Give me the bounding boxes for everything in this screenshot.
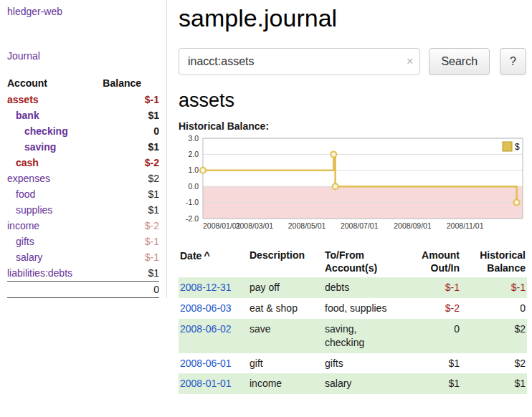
data-point	[514, 200, 520, 206]
sidebar-account-row: supplies$1	[7, 202, 159, 218]
sidebar-account-row: bank$1	[7, 107, 159, 123]
transaction-balance: $1	[461, 373, 527, 394]
register-row: 2008-06-01giftgifts$1$2	[179, 353, 527, 374]
help-button[interactable]: ?	[500, 48, 526, 75]
sidebar-account-link[interactable]: food	[16, 188, 35, 200]
main-content: sample.journal × Search ? assets Histori…	[167, 0, 532, 394]
sidebar-account-row: salary$-1	[7, 249, 159, 265]
y-tick-label: 1.0	[188, 166, 199, 174]
chart-svg: 3.02.01.00.0-1.0-2.02008/01/012008/03/01…	[179, 135, 530, 235]
sidebar: hledger-web Journal Account Balance asse…	[0, 0, 167, 298]
sidebar-accounts-header-row: Account Balance	[7, 75, 159, 92]
transaction-date-link[interactable]: 2008-06-03	[180, 302, 232, 314]
x-tick-label: 2008/11/01	[447, 221, 484, 230]
sidebar-account-row: liabilities:debts$1	[7, 265, 159, 282]
search-box: ×	[179, 48, 420, 75]
sidebar-account-link[interactable]: liabilities:debts	[7, 267, 72, 279]
transaction-date-link[interactable]: 2008-06-01	[180, 358, 232, 369]
y-tick-label: -2.0	[186, 214, 199, 223]
page-title: sample.journal	[179, 4, 526, 32]
sidebar-account-row: expenses$2	[7, 171, 159, 186]
data-point	[333, 183, 338, 189]
x-tick-label: 2008/07/01	[341, 221, 379, 230]
sidebar-account-row: food$1	[7, 186, 159, 202]
sidebar-account-balance: $-2	[103, 218, 159, 234]
transaction-amount: $-1	[404, 277, 461, 298]
sidebar-accounts-table: Account Balance assets$-1bank$1checking0…	[7, 75, 159, 298]
y-tick-label: 3.0	[188, 135, 199, 143]
account-heading: assets	[179, 90, 526, 112]
sidebar-account-balance: $1	[103, 139, 159, 155]
register-header-balance: Historical Balance	[461, 246, 527, 277]
sidebar-account-balance: $-1	[103, 92, 159, 107]
sidebar-account-balance: $-1	[103, 249, 159, 265]
y-tick-label: 2.0	[188, 150, 199, 158]
sidebar-account-link[interactable]: expenses	[7, 173, 50, 184]
transaction-accounts: salary	[323, 373, 404, 394]
nav-journal-link[interactable]: Journal	[7, 50, 159, 62]
sidebar-account-balance: $1	[103, 265, 159, 282]
y-tick-label: -1.0	[186, 198, 199, 206]
transaction-date-link[interactable]: 2008-06-02	[180, 323, 232, 335]
sidebar-account-row: cash$-2	[7, 155, 159, 171]
y-tick-label: 0.0	[188, 182, 199, 191]
transaction-accounts: food, supplies	[323, 298, 404, 319]
register-header-amount: Amount Out/In	[404, 246, 461, 277]
sidebar-account-link[interactable]: saving	[24, 141, 56, 153]
sidebar-account-balance: $1	[103, 202, 159, 218]
register-body: 2008-12-31pay offdebts$-1$-12008-06-03ea…	[179, 277, 527, 394]
transaction-description: save	[248, 319, 323, 353]
app-title-link[interactable]: hledger-web	[7, 6, 159, 17]
sidebar-account-row: checking0	[7, 123, 159, 139]
transaction-accounts: gifts	[323, 353, 404, 374]
transaction-accounts: debts	[323, 277, 404, 298]
register-header-description: Description	[248, 246, 323, 277]
accounts-header-balance: Balance	[103, 75, 159, 92]
sidebar-account-row: saving$1	[7, 139, 159, 155]
sidebar-account-link[interactable]: salary	[16, 251, 42, 263]
chart-title: Historical Balance:	[179, 120, 526, 132]
sidebar-account-balance: $-2	[103, 155, 159, 171]
register-row: 2008-06-02savesaving, checking0$2	[179, 319, 527, 353]
transaction-balance: $2	[461, 353, 527, 374]
data-point	[200, 168, 206, 173]
sidebar-account-balance: 0	[103, 123, 159, 139]
x-tick-label: 2008/03/01	[236, 221, 274, 230]
register-header-date[interactable]: Date^	[179, 246, 248, 277]
register-header-row: Date^ Description To/From Account(s) Amo…	[179, 246, 527, 277]
transaction-description: eat & shop	[248, 298, 323, 319]
sidebar-account-link[interactable]: checking	[24, 125, 68, 137]
sidebar-total-balance: 0	[103, 282, 159, 298]
register-row: 2008-12-31pay offdebts$-1$-1	[179, 277, 527, 298]
register-row: 2008-06-03eat & shopfood, supplies$-20	[179, 298, 527, 319]
transaction-date-link[interactable]: 2008-12-31	[180, 282, 232, 293]
transaction-balance: $2	[461, 319, 527, 353]
sidebar-account-link[interactable]: assets	[7, 94, 39, 105]
sidebar-account-link[interactable]: income	[7, 220, 39, 231]
sidebar-account-row: assets$-1	[7, 92, 159, 107]
sidebar-account-link[interactable]: supplies	[16, 204, 52, 216]
register-row: 2008-01-01incomesalary$1$1	[179, 373, 527, 394]
sidebar-account-balance: $1	[103, 186, 159, 202]
accounts-header-account: Account	[7, 75, 103, 92]
register-header-accounts: To/From Account(s)	[323, 246, 404, 277]
sidebar-account-link[interactable]: bank	[16, 110, 39, 121]
transaction-accounts: saving, checking	[323, 319, 404, 353]
search-input[interactable]	[179, 48, 420, 75]
search-button[interactable]: Search	[429, 48, 490, 75]
historical-balance-chart: 3.02.01.00.0-1.0-2.02008/01/012008/03/01…	[179, 135, 526, 238]
transaction-amount: $1	[404, 373, 461, 394]
sidebar-total-spacer	[7, 282, 103, 298]
clear-search-icon[interactable]: ×	[407, 54, 413, 69]
sidebar-account-link[interactable]: gifts	[16, 236, 34, 247]
sidebar-account-link[interactable]: cash	[16, 157, 39, 168]
transaction-amount: $1	[404, 353, 461, 374]
transaction-amount: 0	[404, 319, 461, 353]
sidebar-accounts-body: assets$-1bank$1checking0saving$1cash$-2e…	[7, 92, 159, 282]
transaction-description: income	[248, 373, 323, 394]
data-point	[331, 151, 336, 157]
transaction-date-link[interactable]: 2008-01-01	[180, 378, 232, 389]
legend-label: $	[515, 142, 520, 152]
app-root: hledger-web Journal Account Balance asse…	[0, 0, 532, 394]
x-tick-label: 2008/05/01	[288, 221, 326, 230]
